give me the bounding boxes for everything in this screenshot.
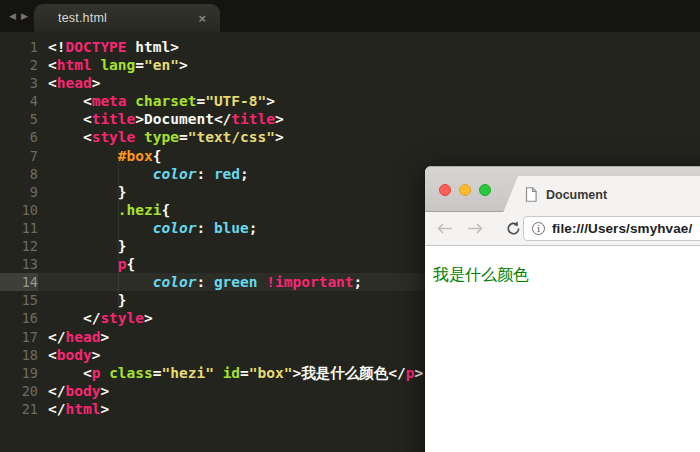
code-line-text: </style> bbox=[38, 309, 153, 327]
code-line-text: #box{ bbox=[38, 147, 162, 165]
editor-tab-test-html[interactable]: test.html × bbox=[34, 4, 220, 32]
code-line[interactable]: 6 <style type="text/css"> bbox=[0, 128, 700, 146]
code-line-text: <p class="hezi" id="box">我是什么颜色</p> bbox=[38, 364, 423, 382]
code-line-text: </body> bbox=[38, 382, 109, 400]
code-line-text: <head> bbox=[38, 74, 100, 92]
code-line-text: .hezi{ bbox=[38, 201, 170, 219]
zoom-window-button[interactable] bbox=[479, 184, 491, 196]
minimize-window-button[interactable] bbox=[459, 184, 471, 196]
code-line-text: <body> bbox=[38, 346, 100, 364]
page-file-icon bbox=[525, 187, 537, 202]
line-number: 15 bbox=[0, 291, 38, 309]
forward-arrow-icon bbox=[466, 222, 485, 235]
line-number: 2 bbox=[0, 56, 38, 74]
line-number: 8 bbox=[0, 165, 38, 183]
forward-button[interactable] bbox=[464, 222, 486, 235]
code-line-text: } bbox=[38, 183, 127, 201]
code-line-text: </html> bbox=[38, 400, 109, 418]
reload-icon bbox=[505, 220, 522, 237]
code-line-text: <meta charset="UTF-8"> bbox=[38, 92, 275, 110]
line-number: 1 bbox=[0, 38, 38, 56]
code-line-text: <html lang="en"> bbox=[38, 56, 188, 74]
browser-viewport: 我是什么颜色 bbox=[425, 247, 700, 452]
line-number: 13 bbox=[0, 255, 38, 273]
code-line[interactable]: 1<!DOCTYPE html> bbox=[0, 38, 700, 56]
line-number: 9 bbox=[0, 183, 38, 201]
line-number: 5 bbox=[0, 110, 38, 128]
window-controls bbox=[439, 184, 491, 196]
line-number: 18 bbox=[0, 346, 38, 364]
page-info-icon[interactable]: i bbox=[532, 222, 545, 235]
code-line[interactable]: 4 <meta charset="UTF-8"> bbox=[0, 92, 700, 110]
code-line[interactable]: 7 #box{ bbox=[0, 147, 700, 165]
tab-scroll-arrows: ◀ ▶ bbox=[9, 0, 28, 32]
code-line-text: </head> bbox=[38, 328, 109, 346]
code-line-text: <title>Document</title> bbox=[38, 110, 284, 128]
back-arrow-icon bbox=[435, 222, 454, 235]
rendered-paragraph: 我是什么颜色 bbox=[433, 265, 700, 286]
code-line-text: color: blue; bbox=[38, 219, 258, 237]
line-number: 16 bbox=[0, 309, 38, 327]
line-number: 4 bbox=[0, 92, 38, 110]
line-number: 20 bbox=[0, 382, 38, 400]
line-number: 3 bbox=[0, 74, 38, 92]
code-line-text: <style type="text/css"> bbox=[38, 128, 284, 146]
line-number: 17 bbox=[0, 328, 38, 346]
code-line[interactable]: 5 <title>Document</title> bbox=[0, 110, 700, 128]
url-text: file:///Users/smyhvae/ bbox=[552, 221, 692, 236]
line-number: 10 bbox=[0, 201, 38, 219]
close-window-button[interactable] bbox=[439, 184, 451, 196]
line-number: 12 bbox=[0, 237, 38, 255]
browser-tab-document[interactable]: Document bbox=[503, 176, 700, 213]
browser-toolbar: i file:///Users/smyhvae/ bbox=[425, 212, 700, 246]
code-line-text: <!DOCTYPE html> bbox=[38, 38, 179, 56]
code-line-text: color: green !important; bbox=[38, 273, 362, 291]
tab-close-icon[interactable]: × bbox=[196, 12, 208, 25]
reload-button[interactable] bbox=[502, 220, 524, 237]
line-number: 14 bbox=[0, 273, 38, 291]
editor-tab-title: test.html bbox=[58, 11, 107, 25]
line-number: 7 bbox=[0, 147, 38, 165]
browser-tab-title: Document bbox=[546, 188, 607, 202]
line-number: 11 bbox=[0, 219, 38, 237]
editor-tab-bar: ◀ ▶ test.html × bbox=[0, 0, 700, 32]
code-line[interactable]: 2<html lang="en"> bbox=[0, 56, 700, 74]
browser-window: Document i file:///Users/smyhvae/ 我是什么颜色 bbox=[425, 166, 700, 452]
line-number: 19 bbox=[0, 364, 38, 382]
code-line-text: } bbox=[38, 291, 127, 309]
tab-scroll-right-icon[interactable]: ▶ bbox=[21, 11, 28, 21]
address-bar[interactable]: i file:///Users/smyhvae/ bbox=[523, 216, 700, 241]
code-line[interactable]: 3<head> bbox=[0, 74, 700, 92]
code-line-text: color: red; bbox=[38, 165, 249, 183]
code-line-text: p{ bbox=[38, 255, 135, 273]
code-line-text: } bbox=[38, 237, 127, 255]
browser-titlebar: Document bbox=[425, 166, 700, 212]
back-button[interactable] bbox=[433, 222, 455, 235]
line-number: 6 bbox=[0, 128, 38, 146]
line-number: 21 bbox=[0, 400, 38, 418]
tab-scroll-left-icon[interactable]: ◀ bbox=[9, 11, 16, 21]
